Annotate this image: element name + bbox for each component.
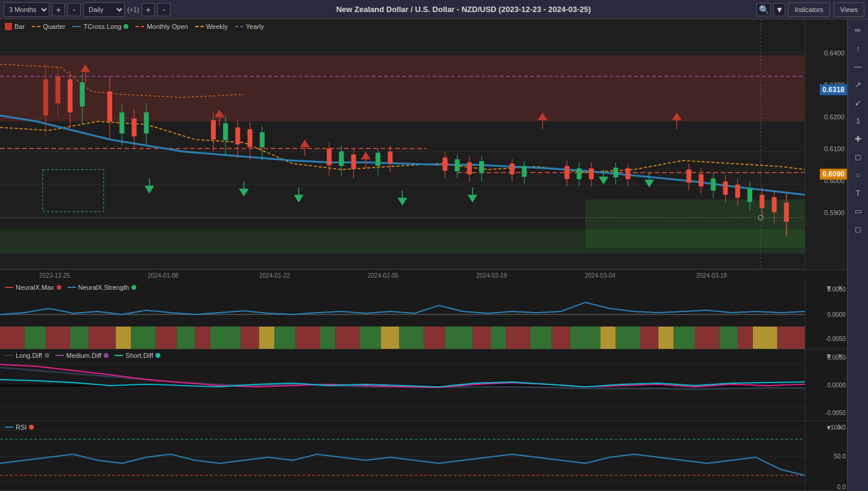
svg-rect-123 bbox=[0, 327, 24, 349]
price-chart-section: Bar Quarter TCross.Long Monthly Open bbox=[0, 19, 847, 269]
svg-rect-69 bbox=[327, 148, 332, 165]
step-minus-btn[interactable]: - bbox=[157, 3, 171, 16]
svg-rect-101 bbox=[687, 169, 691, 183]
text-btn[interactable]: T bbox=[850, 184, 867, 201]
period-minus-btn[interactable]: - bbox=[68, 3, 81, 16]
diagonal-down-btn[interactable]: ↙ bbox=[850, 94, 867, 111]
neurx-strength-icon bbox=[68, 287, 76, 288]
svg-rect-95 bbox=[589, 168, 594, 179]
period-plus-btn[interactable]: + bbox=[52, 3, 65, 16]
medium-diff-icon bbox=[55, 355, 64, 356]
svg-rect-136 bbox=[274, 327, 295, 349]
svg-rect-97 bbox=[613, 167, 618, 177]
draw-pencil-btn[interactable]: ✏ bbox=[850, 22, 867, 39]
current-price-badge: 0.6318 bbox=[820, 84, 847, 95]
svg-rect-93 bbox=[577, 168, 582, 179]
svg-rect-75 bbox=[376, 152, 380, 166]
svg-rect-142 bbox=[399, 327, 423, 349]
crosshair-btn[interactable]: ✚ bbox=[850, 130, 867, 147]
period-select[interactable]: 3 Months 1 Month 6 Months 1 Year bbox=[4, 2, 49, 17]
legend-bar: Bar Quarter TCross.Long Monthly Open bbox=[5, 23, 264, 30]
svg-rect-105 bbox=[711, 178, 715, 190]
short-diff-dot bbox=[156, 353, 160, 358]
search-icon[interactable]: 🔍 bbox=[756, 3, 771, 16]
svg-rect-111 bbox=[747, 189, 752, 202]
svg-rect-128 bbox=[116, 327, 131, 349]
svg-rect-160 bbox=[777, 327, 805, 349]
svg-rect-140 bbox=[360, 327, 381, 349]
svg-rect-21 bbox=[80, 83, 84, 107]
svg-rect-81 bbox=[454, 159, 459, 171]
svg-rect-138 bbox=[320, 327, 335, 349]
svg-rect-91 bbox=[565, 166, 570, 179]
step-plus-btn[interactable]: + bbox=[142, 3, 155, 16]
diff-header: Long.Diff Medium.Diff Short.Diff bbox=[5, 352, 160, 359]
svg-rect-71 bbox=[339, 151, 344, 166]
neurx-scale-n0050: -0.0050 bbox=[825, 336, 846, 342]
number-btn[interactable]: 1 bbox=[850, 112, 867, 129]
svg-rect-87 bbox=[510, 163, 515, 174]
main-container: Bar Quarter TCross.Long Monthly Open bbox=[0, 19, 868, 491]
neurx-collapse-btn[interactable]: ▼ bbox=[824, 284, 834, 292]
svg-rect-59 bbox=[211, 120, 216, 140]
diagonal-up-btn[interactable]: ↗ bbox=[850, 76, 867, 93]
diff-chart-area: 0.0050 0.0000 -0.0050 bbox=[0, 349, 847, 420]
long-diff-label: Long.Diff bbox=[16, 352, 42, 359]
arrow-up-btn[interactable]: ↑ bbox=[850, 40, 867, 57]
timeframe-select[interactable]: Daily Weekly Monthly 1H 4H bbox=[83, 2, 125, 17]
svg-rect-107 bbox=[723, 181, 728, 195]
price-chart[interactable]: Bar Quarter TCross.Long Monthly Open bbox=[0, 19, 805, 269]
shape-btn[interactable]: ◻ bbox=[850, 220, 867, 237]
svg-rect-143 bbox=[424, 327, 445, 349]
step-label: (+1) bbox=[127, 6, 139, 13]
diff-scale-0: 0.0000 bbox=[827, 382, 846, 389]
minus-line-btn[interactable]: — bbox=[850, 58, 867, 75]
diff-close-btn[interactable]: ✕ bbox=[836, 352, 844, 360]
svg-rect-109 bbox=[735, 184, 740, 198]
diff-collapse-btn[interactable]: ▼ bbox=[824, 352, 834, 360]
rect-btn[interactable]: ▭ bbox=[850, 202, 867, 219]
legend-monthly-item: Monthly Open bbox=[136, 23, 187, 30]
svg-rect-125 bbox=[46, 327, 70, 349]
rsi-close-btn[interactable]: ✕ bbox=[836, 424, 844, 432]
views-btn[interactable]: Views bbox=[834, 2, 864, 17]
svg-rect-159 bbox=[753, 327, 777, 349]
svg-rect-124 bbox=[24, 327, 45, 349]
svg-rect-65 bbox=[248, 130, 253, 148]
price-5900: 0.5900 bbox=[824, 209, 844, 216]
date-4: 2024-02-05 bbox=[368, 272, 398, 279]
indicators-btn[interactable]: Indicators bbox=[788, 2, 830, 17]
svg-rect-117 bbox=[784, 202, 789, 222]
legend-tcross-item: TCross.Long bbox=[72, 23, 128, 30]
svg-rect-53 bbox=[119, 113, 124, 134]
svg-rect-141 bbox=[381, 327, 399, 349]
tcross-label: TCross.Long bbox=[83, 23, 121, 30]
svg-rect-158 bbox=[738, 327, 753, 349]
rsi-controls: ▼ ✕ bbox=[824, 424, 844, 432]
long-diff-dot bbox=[45, 353, 49, 358]
svg-rect-57 bbox=[144, 113, 149, 134]
svg-rect-113 bbox=[760, 195, 764, 208]
chart-title: New Zealand Dollar / U.S. Dollar - NZD/U… bbox=[173, 5, 754, 14]
square-btn[interactable]: ◻ bbox=[850, 148, 867, 165]
neurx-strength-legend: NeuralX.Strength bbox=[68, 284, 136, 291]
tcross-icon bbox=[72, 26, 81, 27]
right-controls: Indicators Views bbox=[788, 2, 864, 17]
neurx-close-btn[interactable]: ✕ bbox=[836, 284, 844, 292]
rsi-collapse-btn[interactable]: ▼ bbox=[824, 424, 834, 432]
circle-btn[interactable]: ○ bbox=[850, 166, 867, 183]
svg-rect-135 bbox=[259, 327, 274, 349]
svg-rect-137 bbox=[296, 327, 320, 349]
title-dropdown-icon[interactable]: ▼ bbox=[773, 3, 785, 16]
neurx-max-icon bbox=[5, 287, 13, 288]
neurx-svg bbox=[0, 281, 805, 349]
diff-scale-n0050: -0.0050 bbox=[825, 410, 846, 416]
diff-controls: ▼ ✕ bbox=[824, 352, 844, 360]
medium-diff-dot bbox=[104, 353, 108, 358]
right-toolbar: ✏ ↑ — ↗ ↙ 1 ✚ ◻ ○ T ▭ ◻ bbox=[848, 19, 868, 491]
neurx-strength-dot bbox=[131, 285, 136, 290]
price-chart-svg bbox=[0, 19, 805, 269]
price-scale: 0.6400 0.6300 0.6200 0.6100 0.6000 0.590… bbox=[805, 19, 847, 269]
svg-rect-103 bbox=[699, 174, 703, 186]
svg-rect-83 bbox=[467, 162, 472, 174]
